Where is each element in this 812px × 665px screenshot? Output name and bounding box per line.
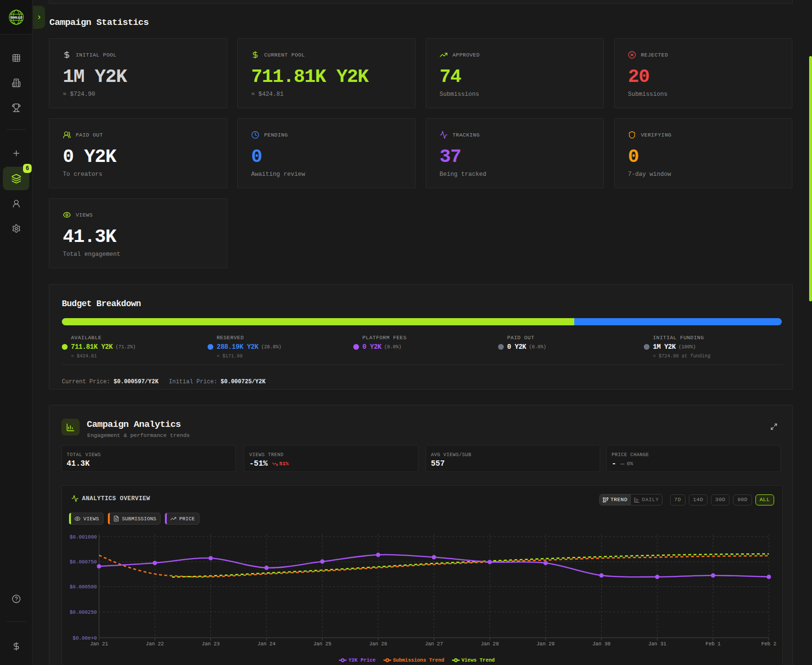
svg-text:$0.000750: $0.000750 bbox=[70, 559, 97, 565]
svg-text:$0.00e+0: $0.00e+0 bbox=[73, 635, 97, 641]
svg-text:$0.000500: $0.000500 bbox=[70, 584, 97, 590]
svg-text:$0.001000: $0.001000 bbox=[70, 534, 97, 540]
svg-text:Jan 28: Jan 28 bbox=[481, 641, 499, 647]
svg-text:Jan 21: Jan 21 bbox=[90, 641, 108, 647]
svg-text:$0.000250: $0.000250 bbox=[70, 609, 97, 615]
svg-text:Feb 2: Feb 2 bbox=[761, 641, 777, 647]
svg-text:Feb 1: Feb 1 bbox=[706, 641, 721, 647]
svg-text:Jan 30: Jan 30 bbox=[592, 641, 611, 647]
svg-text:SHILLZ: SHILLZ bbox=[11, 16, 23, 19]
svg-text:Jan 31: Jan 31 bbox=[648, 641, 666, 647]
svg-text:Jan 22: Jan 22 bbox=[146, 641, 164, 647]
svg-text:Jan 29: Jan 29 bbox=[536, 641, 555, 647]
svg-text:Jan 23: Jan 23 bbox=[202, 641, 220, 647]
svg-text:Jan 24: Jan 24 bbox=[257, 641, 276, 647]
svg-text:Jan 27: Jan 27 bbox=[425, 641, 443, 647]
svg-text:Jan 26: Jan 26 bbox=[369, 641, 387, 647]
svg-text:Jan 25: Jan 25 bbox=[313, 641, 331, 647]
